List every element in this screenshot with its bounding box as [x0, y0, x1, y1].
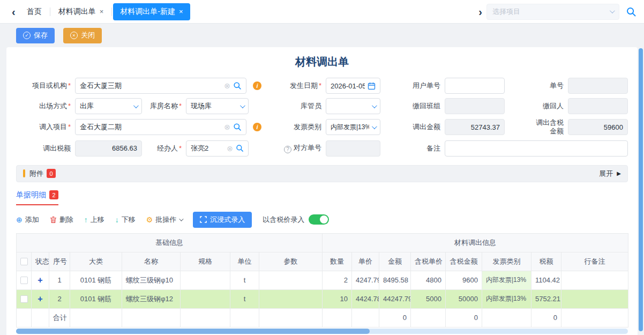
horizontal-scrollbar-thumb[interactable]	[16, 329, 370, 334]
lookup-icon[interactable]	[233, 81, 242, 90]
page-title: 材料调出单	[16, 55, 628, 69]
expand-button[interactable]: 展开 ▶	[599, 169, 621, 178]
tax-toggle-label: 以含税价录入	[263, 215, 304, 225]
detail-toolbar: ⊕ 添加 删除 ↑ 上移 ↓ 下移 ⚙ 批操作 沉浸式录入 以含税价录入	[16, 212, 628, 228]
group-basic-info: 基础信息	[17, 233, 323, 252]
total-amount: 0	[379, 308, 411, 327]
clear-icon[interactable]: ⊗	[224, 82, 230, 90]
out-mode-label: 出场方式*	[16, 101, 75, 111]
gear-icon: ⚙	[146, 216, 153, 224]
check-circle-icon: ✓	[23, 32, 31, 39]
info-icon[interactable]: i	[253, 123, 261, 131]
save-button[interactable]: ✓ 保存	[16, 28, 55, 43]
close-button[interactable]: × 关闭	[63, 28, 102, 43]
user-no-input[interactable]	[445, 78, 505, 94]
tab-home[interactable]: 首页	[20, 3, 49, 20]
detail-count-badge: 2	[49, 190, 58, 199]
remark-label: 备注	[380, 144, 445, 153]
keeper-select[interactable]	[326, 98, 380, 114]
lookup-icon[interactable]	[236, 144, 244, 152]
return-team-label: 缴回班组	[380, 101, 445, 111]
project-input[interactable]: 金石大厦三期 ⊗	[75, 78, 246, 94]
project-select-placeholder: 选择项目	[492, 7, 610, 17]
total-label: 合计	[49, 308, 70, 327]
form-card: 材料调出单 项目或机构* 金石大厦三期 ⊗ i 发生日期* 2026-01-05…	[6, 47, 638, 335]
tax-entry-toggle-group: 以含税价录入	[263, 214, 329, 225]
out-amount-tax-input: 59600	[568, 119, 628, 135]
lookup-icon[interactable]	[233, 123, 242, 131]
tab-bar: ‹ 首页 材料调出单 × 材料调出单-新建 × › 选择项目	[0, 0, 644, 24]
tab-detail[interactable]: 单据明细 2	[16, 190, 58, 205]
horizontal-scrollbar[interactable]	[16, 329, 628, 334]
project-label: 项目或机构*	[16, 81, 75, 91]
batch-ops-button[interactable]: ⚙ 批操作	[146, 215, 183, 225]
table-row[interactable]: + 2 0101 钢筋 螺纹三级钢φ12 t 10 4424.78 44247.…	[17, 289, 628, 308]
attachment-count-badge: 0	[47, 169, 56, 178]
tab-label: 材料调出单	[58, 7, 96, 17]
plus-circle-icon: ⊕	[16, 216, 23, 224]
doc-no-label: 单号	[505, 81, 568, 91]
group-header-row: 基础信息 材料调出信息	[17, 233, 628, 252]
fullscreen-icon	[200, 216, 207, 223]
toggle-knob	[320, 215, 328, 224]
row-checkbox[interactable]	[20, 277, 28, 284]
close-tab-icon[interactable]: ×	[100, 8, 104, 16]
remark-input[interactable]	[445, 140, 628, 157]
tab-label: 首页	[27, 7, 42, 17]
in-project-input[interactable]: 金石大厦二期 ⊗	[75, 119, 246, 135]
tax-toggle[interactable]	[309, 214, 329, 225]
out-mode-select[interactable]: 出库	[75, 98, 142, 114]
attachment-panel[interactable]: 附件 0 展开 ▶	[16, 165, 628, 182]
move-up-button[interactable]: ↑ 上移	[84, 215, 104, 225]
out-amount-input: 52743.37	[445, 119, 505, 135]
return-person-input	[568, 98, 628, 114]
clear-icon[interactable]: ⊗	[227, 145, 233, 152]
chevron-down-icon	[240, 103, 245, 108]
info-icon[interactable]: i	[253, 81, 261, 90]
immersive-entry-button[interactable]: 沉浸式录入	[193, 212, 252, 228]
occur-date-label: 发生日期*	[263, 81, 326, 91]
row-checkbox[interactable]	[20, 295, 28, 303]
detail-tab-label: 单据明细	[16, 190, 46, 200]
insert-row-icon[interactable]: +	[38, 294, 42, 303]
chevron-down-icon	[179, 217, 183, 221]
close-label: 关闭	[81, 31, 95, 40]
add-row-button[interactable]: ⊕ 添加	[16, 215, 39, 225]
return-team-input	[445, 98, 505, 114]
agent-input[interactable]: 张亮2 ⊗	[186, 140, 249, 157]
tabs-scroll-left-icon[interactable]: ‹	[8, 6, 20, 17]
table-row[interactable]: + 1 0101 钢筋 螺纹三级钢φ10 t 2 4247.79 8495.58…	[17, 271, 628, 289]
clear-icon[interactable]: ⊗	[224, 123, 230, 131]
question-icon[interactable]: ?	[284, 146, 291, 153]
total-tax-amount: 0	[446, 308, 482, 327]
chevron-down-icon	[133, 103, 139, 108]
delete-row-button[interactable]: 删除	[50, 215, 73, 225]
move-down-button[interactable]: ↓ 下移	[115, 215, 136, 225]
invoice-type-select[interactable]: 内部发票|13%	[326, 119, 380, 135]
insert-row-icon[interactable]: +	[38, 276, 42, 285]
warehouse-select[interactable]: 现场库	[186, 98, 249, 114]
tab-separator	[111, 8, 112, 16]
chevron-down-icon	[372, 103, 377, 108]
attachment-accent	[23, 169, 25, 177]
total-row: 合计 0 0 0	[17, 308, 628, 327]
tab-material-out-list[interactable]: 材料调出单 ×	[51, 3, 111, 20]
project-select[interactable]: 选择项目	[486, 4, 619, 20]
counterpart-no-label: ?对方单号	[263, 143, 326, 153]
out-tax-input: 6856.63	[75, 140, 142, 157]
detail-table: 基础信息 材料调出信息 状态序号 大类名称 规格单位 参数数量 单价金额 含税单…	[16, 233, 628, 327]
doc-no-input	[568, 78, 628, 94]
save-label: 保存	[34, 31, 48, 40]
search-icon[interactable]	[626, 6, 636, 17]
tab-material-out-new[interactable]: 材料调出单-新建 ×	[113, 3, 190, 20]
close-tab-icon[interactable]: ×	[179, 8, 183, 16]
tab-separator	[50, 8, 50, 16]
tabs-scroll-right-icon[interactable]: ›	[474, 6, 486, 17]
tab-label: 材料调出单-新建	[120, 7, 175, 17]
vertical-scrollbar-thumb[interactable]	[639, 48, 643, 331]
select-all-checkbox[interactable]	[20, 258, 28, 265]
occur-date-input[interactable]: 2026-01-05	[326, 78, 380, 94]
calendar-icon[interactable]	[368, 82, 376, 90]
expand-label: 展开	[599, 169, 613, 178]
chevron-down-icon	[372, 124, 377, 129]
